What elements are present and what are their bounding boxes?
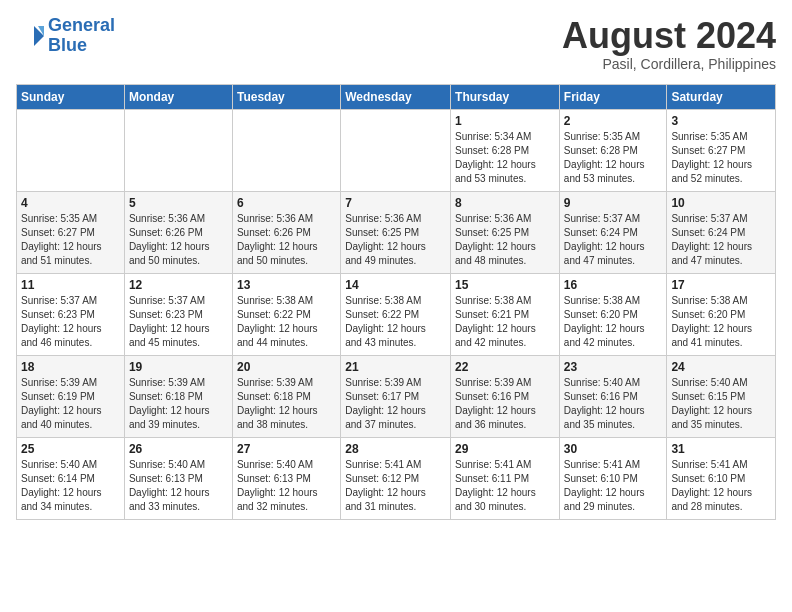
day-number: 22 xyxy=(455,360,555,374)
day-info: Sunrise: 5:37 AM Sunset: 6:24 PM Dayligh… xyxy=(671,212,771,268)
calendar-header-row: SundayMondayTuesdayWednesdayThursdayFrid… xyxy=(17,84,776,109)
day-info: Sunrise: 5:41 AM Sunset: 6:10 PM Dayligh… xyxy=(671,458,771,514)
week-row-0: 1Sunrise: 5:34 AM Sunset: 6:28 PM Daylig… xyxy=(17,109,776,191)
calendar-cell xyxy=(17,109,125,191)
calendar-cell: 14Sunrise: 5:38 AM Sunset: 6:22 PM Dayli… xyxy=(341,273,451,355)
day-number: 28 xyxy=(345,442,446,456)
day-info: Sunrise: 5:34 AM Sunset: 6:28 PM Dayligh… xyxy=(455,130,555,186)
day-info: Sunrise: 5:36 AM Sunset: 6:25 PM Dayligh… xyxy=(455,212,555,268)
day-info: Sunrise: 5:41 AM Sunset: 6:12 PM Dayligh… xyxy=(345,458,446,514)
day-number: 20 xyxy=(237,360,336,374)
day-number: 16 xyxy=(564,278,663,292)
day-info: Sunrise: 5:40 AM Sunset: 6:14 PM Dayligh… xyxy=(21,458,120,514)
page-header: General Blue August 2024 Pasil, Cordille… xyxy=(16,16,776,72)
calendar-cell: 12Sunrise: 5:37 AM Sunset: 6:23 PM Dayli… xyxy=(124,273,232,355)
day-info: Sunrise: 5:38 AM Sunset: 6:22 PM Dayligh… xyxy=(237,294,336,350)
day-number: 4 xyxy=(21,196,120,210)
calendar-cell: 30Sunrise: 5:41 AM Sunset: 6:10 PM Dayli… xyxy=(559,437,667,519)
calendar-cell: 7Sunrise: 5:36 AM Sunset: 6:25 PM Daylig… xyxy=(341,191,451,273)
day-info: Sunrise: 5:36 AM Sunset: 6:25 PM Dayligh… xyxy=(345,212,446,268)
calendar-cell: 15Sunrise: 5:38 AM Sunset: 6:21 PM Dayli… xyxy=(451,273,560,355)
calendar-cell: 23Sunrise: 5:40 AM Sunset: 6:16 PM Dayli… xyxy=(559,355,667,437)
day-info: Sunrise: 5:40 AM Sunset: 6:15 PM Dayligh… xyxy=(671,376,771,432)
day-number: 5 xyxy=(129,196,228,210)
day-number: 27 xyxy=(237,442,336,456)
day-number: 29 xyxy=(455,442,555,456)
calendar-cell: 25Sunrise: 5:40 AM Sunset: 6:14 PM Dayli… xyxy=(17,437,125,519)
day-number: 31 xyxy=(671,442,771,456)
calendar-cell: 5Sunrise: 5:36 AM Sunset: 6:26 PM Daylig… xyxy=(124,191,232,273)
calendar-table: SundayMondayTuesdayWednesdayThursdayFrid… xyxy=(16,84,776,520)
day-number: 17 xyxy=(671,278,771,292)
day-number: 13 xyxy=(237,278,336,292)
calendar-cell: 29Sunrise: 5:41 AM Sunset: 6:11 PM Dayli… xyxy=(451,437,560,519)
day-number: 24 xyxy=(671,360,771,374)
day-info: Sunrise: 5:38 AM Sunset: 6:20 PM Dayligh… xyxy=(671,294,771,350)
day-number: 10 xyxy=(671,196,771,210)
day-number: 23 xyxy=(564,360,663,374)
calendar-cell: 11Sunrise: 5:37 AM Sunset: 6:23 PM Dayli… xyxy=(17,273,125,355)
calendar-cell: 3Sunrise: 5:35 AM Sunset: 6:27 PM Daylig… xyxy=(667,109,776,191)
header-thursday: Thursday xyxy=(451,84,560,109)
day-info: Sunrise: 5:39 AM Sunset: 6:19 PM Dayligh… xyxy=(21,376,120,432)
calendar-cell: 18Sunrise: 5:39 AM Sunset: 6:19 PM Dayli… xyxy=(17,355,125,437)
day-number: 7 xyxy=(345,196,446,210)
calendar-cell: 24Sunrise: 5:40 AM Sunset: 6:15 PM Dayli… xyxy=(667,355,776,437)
calendar-cell: 8Sunrise: 5:36 AM Sunset: 6:25 PM Daylig… xyxy=(451,191,560,273)
calendar-cell: 10Sunrise: 5:37 AM Sunset: 6:24 PM Dayli… xyxy=(667,191,776,273)
day-info: Sunrise: 5:38 AM Sunset: 6:20 PM Dayligh… xyxy=(564,294,663,350)
day-info: Sunrise: 5:39 AM Sunset: 6:16 PM Dayligh… xyxy=(455,376,555,432)
logo-text: General Blue xyxy=(48,16,115,56)
logo-icon xyxy=(16,22,44,50)
location-subtitle: Pasil, Cordillera, Philippines xyxy=(562,56,776,72)
header-sunday: Sunday xyxy=(17,84,125,109)
day-info: Sunrise: 5:37 AM Sunset: 6:23 PM Dayligh… xyxy=(21,294,120,350)
day-info: Sunrise: 5:36 AM Sunset: 6:26 PM Dayligh… xyxy=(129,212,228,268)
calendar-cell: 1Sunrise: 5:34 AM Sunset: 6:28 PM Daylig… xyxy=(451,109,560,191)
day-info: Sunrise: 5:39 AM Sunset: 6:17 PM Dayligh… xyxy=(345,376,446,432)
calendar-cell: 31Sunrise: 5:41 AM Sunset: 6:10 PM Dayli… xyxy=(667,437,776,519)
logo: General Blue xyxy=(16,16,115,56)
day-info: Sunrise: 5:39 AM Sunset: 6:18 PM Dayligh… xyxy=(237,376,336,432)
week-row-4: 25Sunrise: 5:40 AM Sunset: 6:14 PM Dayli… xyxy=(17,437,776,519)
calendar-cell: 2Sunrise: 5:35 AM Sunset: 6:28 PM Daylig… xyxy=(559,109,667,191)
day-number: 3 xyxy=(671,114,771,128)
header-tuesday: Tuesday xyxy=(232,84,340,109)
title-block: August 2024 Pasil, Cordillera, Philippin… xyxy=(562,16,776,72)
day-info: Sunrise: 5:37 AM Sunset: 6:23 PM Dayligh… xyxy=(129,294,228,350)
day-info: Sunrise: 5:40 AM Sunset: 6:16 PM Dayligh… xyxy=(564,376,663,432)
day-number: 8 xyxy=(455,196,555,210)
day-info: Sunrise: 5:38 AM Sunset: 6:21 PM Dayligh… xyxy=(455,294,555,350)
day-number: 19 xyxy=(129,360,228,374)
day-number: 2 xyxy=(564,114,663,128)
day-info: Sunrise: 5:38 AM Sunset: 6:22 PM Dayligh… xyxy=(345,294,446,350)
calendar-cell xyxy=(232,109,340,191)
day-info: Sunrise: 5:35 AM Sunset: 6:27 PM Dayligh… xyxy=(671,130,771,186)
day-info: Sunrise: 5:35 AM Sunset: 6:27 PM Dayligh… xyxy=(21,212,120,268)
month-title: August 2024 xyxy=(562,16,776,56)
calendar-cell: 6Sunrise: 5:36 AM Sunset: 6:26 PM Daylig… xyxy=(232,191,340,273)
day-number: 15 xyxy=(455,278,555,292)
calendar-cell: 19Sunrise: 5:39 AM Sunset: 6:18 PM Dayli… xyxy=(124,355,232,437)
logo-line2: Blue xyxy=(48,35,87,55)
day-info: Sunrise: 5:35 AM Sunset: 6:28 PM Dayligh… xyxy=(564,130,663,186)
day-number: 11 xyxy=(21,278,120,292)
day-number: 21 xyxy=(345,360,446,374)
day-info: Sunrise: 5:36 AM Sunset: 6:26 PM Dayligh… xyxy=(237,212,336,268)
header-saturday: Saturday xyxy=(667,84,776,109)
calendar-cell: 21Sunrise: 5:39 AM Sunset: 6:17 PM Dayli… xyxy=(341,355,451,437)
day-info: Sunrise: 5:39 AM Sunset: 6:18 PM Dayligh… xyxy=(129,376,228,432)
header-wednesday: Wednesday xyxy=(341,84,451,109)
day-number: 9 xyxy=(564,196,663,210)
week-row-1: 4Sunrise: 5:35 AM Sunset: 6:27 PM Daylig… xyxy=(17,191,776,273)
week-row-3: 18Sunrise: 5:39 AM Sunset: 6:19 PM Dayli… xyxy=(17,355,776,437)
day-info: Sunrise: 5:41 AM Sunset: 6:11 PM Dayligh… xyxy=(455,458,555,514)
day-info: Sunrise: 5:41 AM Sunset: 6:10 PM Dayligh… xyxy=(564,458,663,514)
day-number: 6 xyxy=(237,196,336,210)
week-row-2: 11Sunrise: 5:37 AM Sunset: 6:23 PM Dayli… xyxy=(17,273,776,355)
day-number: 12 xyxy=(129,278,228,292)
day-number: 25 xyxy=(21,442,120,456)
calendar-cell: 16Sunrise: 5:38 AM Sunset: 6:20 PM Dayli… xyxy=(559,273,667,355)
calendar-cell: 17Sunrise: 5:38 AM Sunset: 6:20 PM Dayli… xyxy=(667,273,776,355)
day-info: Sunrise: 5:40 AM Sunset: 6:13 PM Dayligh… xyxy=(237,458,336,514)
